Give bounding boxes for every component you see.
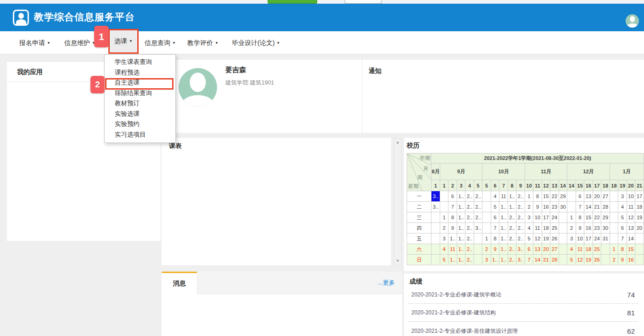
dropdown-item-5[interactable]: 实验选课	[105, 109, 175, 120]
calendar-cell: 7	[525, 255, 533, 265]
calendar-cell: 22	[593, 212, 601, 223]
calendar-cell	[474, 233, 482, 244]
dropdown-item-7[interactable]: 实习选项目	[105, 130, 175, 140]
calendar-cell	[482, 191, 491, 202]
calendar-cell: 9月	[440, 164, 482, 180]
messages-panel: 消息 ...更多	[162, 272, 402, 336]
calendar-cell: 19	[542, 233, 550, 244]
calendar-cell: 10	[533, 212, 542, 223]
grade-row-2[interactable]: 2020-2021-2-专业必修课-居住建筑设计原理62	[408, 322, 638, 336]
calendar-cell	[601, 255, 610, 265]
calendar-cell: 11	[533, 180, 542, 191]
calendar-cell: 9	[576, 223, 584, 233]
calendar-cell: 1..	[499, 255, 508, 265]
calendar-cell	[474, 255, 482, 265]
calendar-cell: 8	[491, 233, 499, 244]
timetable-scrollbar[interactable]: ▲ ▼	[394, 138, 402, 265]
dropdown-item-1[interactable]: 课程预选	[105, 68, 175, 78]
dialog-confirm-button-partial[interactable]	[268, 0, 317, 4]
calendar-cell: 19	[635, 212, 644, 223]
nav-item-2[interactable]: 选课▼	[108, 29, 139, 54]
calendar-cell: 2..	[474, 202, 482, 212]
calendar-cell: 2	[610, 255, 618, 265]
calendar-cell: 26	[593, 255, 601, 265]
screen: 教学综合信息服务平台 报名申请▼信息维护▼选课▼信息查询▼教学评价▼毕业设计(论…	[0, 0, 644, 336]
calendar-cell: 2	[525, 202, 533, 212]
grades-title: 成绩	[409, 278, 638, 286]
nav-item-4[interactable]: 教学评价▼	[187, 31, 218, 54]
calendar-cell: 2..	[508, 233, 516, 244]
calendar-cell: 2..	[516, 202, 525, 212]
calendar-cell: 6	[618, 223, 627, 233]
annotation-step1-badge: 1	[94, 26, 109, 47]
calendar-cell: 8	[576, 212, 584, 223]
calendar-cell	[440, 191, 448, 202]
grade-course: 2020-2021-2-专业必修课-居住建筑设计原理	[411, 327, 518, 335]
calendar-cell: 1	[482, 233, 491, 244]
calendar-cell: 1..	[457, 233, 465, 244]
calendar-cell: 日	[407, 255, 431, 265]
calendar-cell: 9	[618, 255, 627, 265]
scroll-up-icon[interactable]: ▲	[394, 140, 401, 144]
calendar-cell: 11	[576, 244, 584, 255]
calendar-cell	[431, 244, 440, 255]
dropdown-item-0[interactable]: 学生课表查询	[105, 57, 175, 68]
calendar-cell: 12	[576, 255, 584, 265]
nav-item-1[interactable]: 信息维护▼	[64, 31, 95, 54]
calendar-cell: 17	[584, 233, 593, 244]
calendar-cell: 1..	[448, 233, 457, 244]
calendar-cell: 3	[440, 233, 448, 244]
calendar-cell	[635, 255, 644, 265]
calendar-cell: 1	[567, 212, 576, 223]
nav-item-3[interactable]: 信息查询▼	[145, 31, 176, 54]
user-avatar-icon[interactable]	[626, 14, 639, 28]
tab-messages[interactable]: 消息	[162, 272, 197, 294]
calendar-cell: 2..	[465, 202, 474, 212]
calendar-cell: 1月	[610, 164, 644, 180]
calendar-cell: 1	[431, 180, 440, 191]
calendar-cell: 1..	[491, 255, 499, 265]
calendar-cell: 2..	[474, 212, 482, 223]
calendar-cell: 29	[559, 191, 567, 202]
calendar-cell	[610, 191, 618, 202]
calendar-cell: 6	[491, 212, 499, 223]
calendar-cell	[610, 212, 618, 223]
calendar-cell: 13	[627, 223, 635, 233]
calendar-cell: 1..	[508, 191, 516, 202]
calendar-cell: 8	[533, 191, 542, 202]
calendar-cell	[559, 233, 567, 244]
calendar-cell: 1..	[499, 233, 508, 244]
calendar-cell: 31	[601, 233, 610, 244]
calendar-cell: 17	[635, 191, 644, 202]
more-link[interactable]: ...更多	[378, 279, 395, 287]
calendar-cell: 12	[533, 233, 542, 244]
nav-item-5[interactable]: 毕业设计(论文)▼	[232, 31, 280, 54]
dropdown-item-6[interactable]: 实验预约	[105, 119, 175, 130]
scroll-down-icon[interactable]: ▼	[394, 259, 401, 263]
calendar-cell: 12	[542, 180, 550, 191]
calendar-cell: 14	[567, 180, 576, 191]
caret-down-icon: ▼	[215, 41, 218, 45]
calendar-cell: 5	[525, 233, 533, 244]
calendar-cell: 学期月周星期	[407, 154, 431, 191]
calendar-cell: 3	[567, 233, 576, 244]
nav-item-label: 选课	[114, 37, 127, 45]
dialog-cancel-button-partial[interactable]	[345, 0, 381, 4]
calendar-cell: 6	[491, 180, 499, 191]
dropdown-item-4[interactable]: 教材预订	[105, 98, 175, 109]
grade-row-0[interactable]: 2020-2021-2-专业必修课-建筑学概论74	[408, 286, 638, 304]
nav-item-label: 毕业设计(论文)	[232, 39, 274, 46]
grades-panel: 成绩 2020-2021-2-专业必修课-建筑学概论742020-2021-2-…	[404, 273, 644, 336]
calendar-cell: 20	[627, 180, 635, 191]
student-avatar	[179, 68, 217, 107]
calendar-cell: 14	[559, 180, 567, 191]
school-calendar-table: 学期月周星期2021-2022学年1学期(2021-08-30至2022-01-…	[407, 153, 644, 265]
nav-item-0[interactable]: 报名申请▼	[19, 31, 50, 54]
calendar-cell: 15	[584, 212, 593, 223]
calendar-cell	[567, 191, 576, 202]
calendar-cell: 11月	[525, 164, 567, 180]
calendar-cell: 21	[542, 255, 550, 265]
grade-row-1[interactable]: 2020-2021-2-专业必修课-建筑结构81	[408, 304, 638, 322]
calendar-cell: 2..	[516, 212, 525, 223]
calendar-cell: 1..	[499, 223, 508, 233]
